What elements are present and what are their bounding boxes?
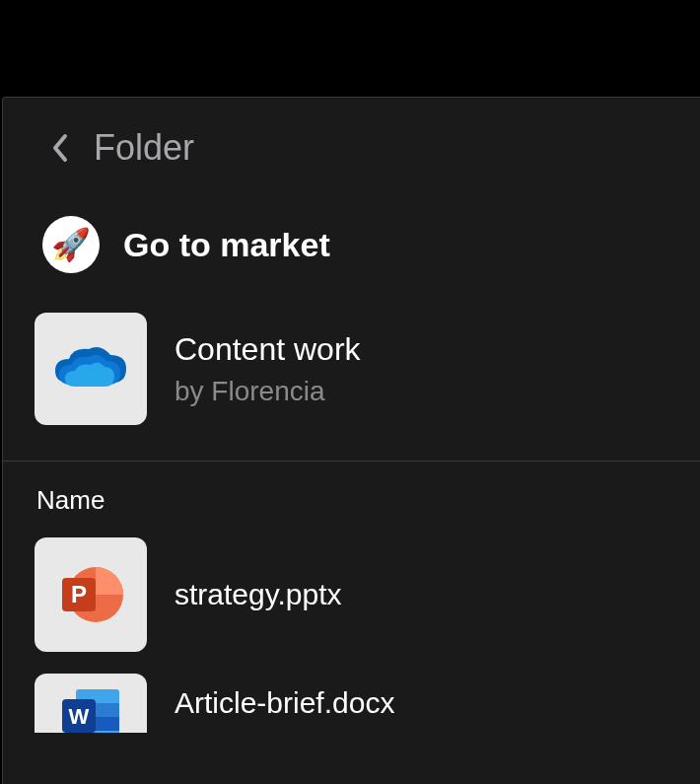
svg-text:W: W (69, 704, 90, 729)
list-item[interactable]: W Article-brief.docx (35, 674, 668, 733)
rocket-icon: 🚀 (42, 216, 100, 273)
breadcrumb[interactable]: 🚀 Go to market (3, 169, 700, 273)
breadcrumb-label: Go to market (123, 226, 330, 264)
word-icon: W (35, 674, 147, 733)
file-name: Article-brief.docx (175, 686, 394, 720)
folder-name: Content work (175, 331, 361, 368)
svg-text:P: P (71, 581, 87, 607)
folder-byline: by Florencia (175, 376, 361, 407)
back-button[interactable] (46, 134, 74, 162)
file-name: strategy.pptx (175, 578, 342, 611)
onedrive-icon (35, 313, 147, 425)
column-header-name[interactable]: Name (3, 462, 700, 537)
folder-panel: Folder 🚀 Go to market Content work by Fl… (2, 97, 700, 784)
powerpoint-icon: P (35, 537, 147, 652)
current-folder[interactable]: Content work by Florencia (3, 273, 700, 462)
chevron-left-icon (51, 133, 69, 163)
list-item[interactable]: P strategy.pptx (35, 537, 668, 652)
page-title: Folder (94, 127, 194, 169)
panel-header: Folder (3, 98, 700, 169)
folder-info: Content work by Florencia (175, 331, 361, 407)
file-list: P strategy.pptx W Article-brief.docx (3, 537, 700, 733)
